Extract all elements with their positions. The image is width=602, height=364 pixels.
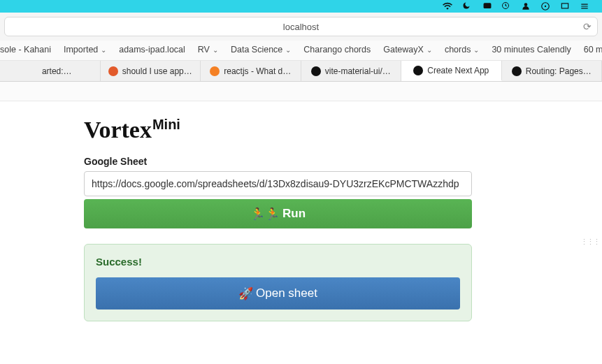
tab-bar: arted:…should I use app…reactjs - What d… <box>0 61 602 82</box>
chevron-down-icon: ⌄ <box>427 46 432 54</box>
bookmark-item[interactable]: 60 minutes Cale <box>584 45 602 54</box>
chevron-down-icon: ⌄ <box>213 46 218 54</box>
os-menubar <box>0 0 602 13</box>
tab-label: should I use app… <box>122 66 192 76</box>
bookmark-item[interactable]: Imported⌄ <box>64 45 106 54</box>
tab-label: Routing: Pages… <box>526 66 592 76</box>
favicon <box>210 66 220 76</box>
bookmark-item[interactable]: RV⌄ <box>198 45 218 54</box>
tab-label: vite-material-ui/… <box>325 66 391 76</box>
user-icon <box>521 1 531 11</box>
open-sheet-button[interactable]: 🚀 Open sheet <box>96 277 460 310</box>
bookmark-item[interactable]: Data Science⌄ <box>231 45 291 54</box>
svg-point-3 <box>545 6 546 7</box>
menu-icon <box>580 1 589 11</box>
run-emoji: 🏃🏃 <box>250 207 280 221</box>
box-icon <box>560 1 570 11</box>
app-logo: VortexMini <box>84 117 475 143</box>
favicon <box>311 66 321 76</box>
url-text: localhost <box>283 22 319 32</box>
bookmark-label: Charango chords <box>303 45 371 54</box>
bookmark-label: RV <box>198 45 210 54</box>
tab-label: arted:… <box>42 66 72 76</box>
browser-tab[interactable]: Routing: Pages… <box>502 61 603 81</box>
browser-tab[interactable]: arted:… <box>0 61 101 81</box>
bluetooth-icon <box>482 1 492 11</box>
bookmark-label: 60 minutes Cale <box>584 45 602 54</box>
bookmark-item[interactable]: 30 minutes Calendly <box>492 45 571 54</box>
bookmark-label: GatewayX <box>383 45 424 54</box>
grid-icon <box>540 1 550 11</box>
favicon <box>108 66 118 76</box>
sheet-field-label: Google Sheet <box>84 156 475 167</box>
resize-handle-icon: ⋮⋮⋮ <box>580 238 599 247</box>
success-panel: Success! 🚀 Open sheet <box>84 244 472 321</box>
favicon <box>28 66 38 76</box>
wifi-icon <box>443 1 452 11</box>
reload-icon[interactable]: ⟳ <box>583 21 592 32</box>
tab-label: reactjs - What d… <box>224 66 291 76</box>
tab-label: Create Next App <box>427 66 489 75</box>
browser-tab[interactable]: reactjs - What d… <box>201 61 301 81</box>
run-label: Run <box>282 207 306 221</box>
moon-icon <box>462 1 472 11</box>
open-label: Open sheet <box>256 286 317 300</box>
bookmark-label: chords <box>445 45 471 54</box>
browser-tab[interactable]: Create Next App <box>401 61 502 81</box>
url-bar[interactable]: localhost ⟳ <box>4 17 598 36</box>
bookmark-item[interactable]: Charango chords <box>303 45 371 54</box>
chevron-down-icon: ⌄ <box>101 46 106 54</box>
bookmark-label: sole - Kahani <box>0 45 51 54</box>
svg-rect-4 <box>561 3 568 8</box>
browser-tab[interactable]: should I use app… <box>101 61 201 81</box>
favicon <box>512 66 522 76</box>
google-sheet-input[interactable] <box>84 171 472 196</box>
chevron-down-icon: ⌄ <box>473 46 479 54</box>
bookmark-label: adams-ipad.local <box>119 45 185 54</box>
page-content: VortexMini Google Sheet 🏃🏃 Run Success! … <box>0 101 475 321</box>
run-button[interactable]: 🏃🏃 Run <box>84 199 472 228</box>
open-emoji: 🚀 <box>238 286 253 301</box>
bookmark-label: Imported <box>64 45 98 54</box>
bookmarks-bar: sole - KahaniImported⌄adams-ipad.localRV… <box>0 41 602 61</box>
favicon <box>413 66 423 75</box>
bookmark-label: Data Science <box>231 45 282 54</box>
bookmark-item[interactable]: sole - Kahani <box>0 45 51 54</box>
logo-main: Vortex <box>84 117 152 143</box>
page-toolbar <box>0 82 602 101</box>
bookmark-label: 30 minutes Calendly <box>492 45 571 54</box>
chevron-down-icon: ⌄ <box>285 46 291 54</box>
bookmark-item[interactable]: adams-ipad.local <box>119 45 185 54</box>
browser-toolbar: localhost ⟳ <box>0 13 602 41</box>
bookmark-item[interactable]: GatewayX⌄ <box>383 45 432 54</box>
success-title: Success! <box>96 256 460 268</box>
svg-rect-0 <box>484 3 492 8</box>
browser-tab[interactable]: vite-material-ui/… <box>301 61 402 81</box>
logo-suffix: Mini <box>152 117 180 132</box>
clock-icon <box>501 1 511 11</box>
bookmark-item[interactable]: chords⌄ <box>445 45 480 54</box>
